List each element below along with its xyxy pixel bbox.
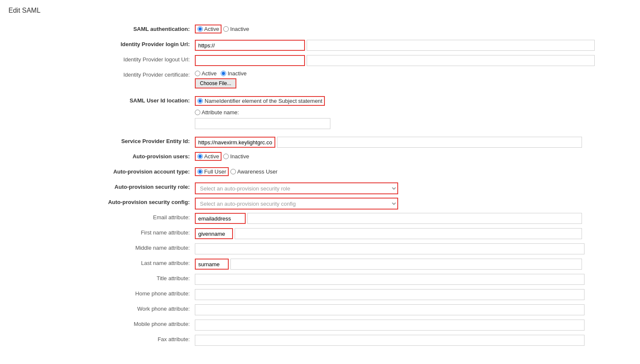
home-phone-attr-row: Home phone attribute: [8,287,632,301]
idp-logout-url-full-input[interactable] [307,55,595,66]
saml-user-id-nameid-option[interactable]: NameIdentifier element of the Subject st… [195,96,325,106]
auto-provision-users-controls: Active Inactive [195,150,632,161]
auto-provision-full-user-option[interactable]: Full User [197,168,226,175]
auto-provision-full-user-label[interactable]: Full User [204,168,226,175]
auto-provision-users-row: Auto-provision users: Active Inactive [8,150,632,164]
last-name-attr-input[interactable] [195,259,229,270]
idp-cert-inactive-option[interactable]: Inactive [221,70,247,77]
auto-provision-security-role-controls: Select an auto-provision security role [195,181,632,194]
idp-cert-active-option[interactable]: Active [195,70,216,77]
idp-login-url-row: Identity Provider login Url: [8,38,632,52]
saml-user-id-attr-input[interactable] [195,118,330,129]
auto-provision-awareness-radio[interactable] [230,169,236,174]
idp-cert-label: Identity Provider certificate: [8,69,195,79]
last-name-attr-label: Last name attribute: [8,257,195,267]
middle-name-attr-input[interactable] [195,243,585,254]
page-title: Edit SAML [8,7,632,14]
saml-auth-row: SAML authentication: Active Inactive [8,23,632,36]
saml-user-id-label: SAML User Id location: [8,94,195,105]
idp-login-url-input[interactable] [195,40,305,51]
last-name-attr-row: Last name attribute: [8,257,632,270]
saml-auth-active-label[interactable]: Active [204,26,219,32]
sp-entity-id-row: Service Provider Entity Id: [8,135,632,149]
saml-auth-inactive-radio[interactable] [223,26,229,32]
auto-provision-security-role-select[interactable]: Select an auto-provision security role [195,182,398,194]
idp-login-url-label: Identity Provider login Url: [8,38,195,48]
saml-auth-controls: Active Inactive [195,23,632,33]
saml-auth-active-option[interactable]: Active [197,26,219,32]
saml-user-id-attr-label[interactable]: Attribute name: [202,109,239,116]
auto-provision-account-row: Auto-provision account type: Full User A… [8,165,632,179]
idp-login-url-controls [195,38,632,51]
auto-provision-awareness-option[interactable]: Awareness User [230,168,277,175]
idp-cert-radio-group: Active Inactive [195,70,247,77]
email-attr-controls [195,211,632,224]
saml-auth-active-radio[interactable] [197,26,203,32]
email-attr-full-input[interactable] [247,213,582,224]
idp-cert-active-label[interactable]: Active [202,70,216,77]
auto-provision-users-inactive-option[interactable]: Inactive [223,153,249,160]
idp-cert-inactive-radio[interactable] [221,71,226,76]
middle-name-attr-label: Middle name attribute: [8,242,195,252]
idp-cert-active-radio[interactable] [195,71,200,76]
auto-provision-users-active-highlighted: Active [195,152,222,161]
fax-attr-controls [195,333,632,346]
saml-auth-active-highlighted: Active [195,25,222,33]
auto-provision-account-controls: Full User Awareness User [195,165,632,176]
work-phone-attr-controls [195,303,632,315]
home-phone-attr-label: Home phone attribute: [8,287,195,298]
mobile-phone-attr-controls [195,318,632,331]
auto-provision-full-user-radio[interactable] [197,169,203,174]
mobile-phone-attr-label: Mobile phone attribute: [8,318,195,328]
middle-name-attr-row: Middle name attribute: [8,242,632,255]
work-phone-attr-input[interactable] [195,304,585,315]
idp-logout-url-input[interactable] [195,55,305,66]
mobile-phone-attr-input[interactable] [195,320,585,331]
auto-provision-security-config-select[interactable]: Select an auto-provision security config [195,198,398,210]
idp-cert-inactive-label[interactable]: Inactive [227,70,247,77]
saml-user-id-controls: NameIdentifier element of the Subject st… [195,94,632,129]
auto-provision-security-role-row: Auto-provision security role: Select an … [8,181,632,194]
auto-provision-users-active-label[interactable]: Active [204,153,219,160]
idp-login-url-full-input[interactable] [307,40,595,51]
first-name-attr-row: First name attribute: [8,226,632,240]
page-wrapper: Edit SAML SAML authentication: Active In… [0,0,640,364]
auto-provision-users-inactive-label[interactable]: Inactive [230,153,249,160]
middle-name-attr-controls [195,242,632,254]
auto-provision-users-active-option[interactable]: Active [197,153,219,160]
auto-provision-users-active-radio[interactable] [197,154,203,159]
saml-user-id-attr-radio[interactable] [195,110,200,115]
saml-auth-inactive-option[interactable]: Inactive [223,26,249,32]
home-phone-attr-input[interactable] [195,289,585,300]
saml-auth-label: SAML authentication: [8,23,195,33]
last-name-attr-controls [195,257,632,270]
sp-entity-id-input[interactable] [195,137,275,148]
saml-auth-inactive-label[interactable]: Inactive [230,26,249,32]
first-name-attr-full-input[interactable] [235,228,582,239]
auto-provision-awareness-label[interactable]: Awareness User [237,168,277,175]
fax-attr-label: Fax attribute: [8,333,195,343]
mobile-phone-attr-row: Mobile phone attribute: [8,318,632,331]
work-phone-attr-label: Work phone attribute: [8,303,195,313]
work-phone-attr-row: Work phone attribute: [8,303,632,316]
saml-user-id-attr-option[interactable]: Attribute name: [195,109,239,116]
email-attr-label: Email attribute: [8,211,195,221]
title-attr-label: Title attribute: [8,272,195,282]
home-phone-attr-controls [195,287,632,300]
email-attr-input[interactable] [195,213,246,224]
auto-provision-full-user-highlighted: Full User [195,167,229,176]
fax-attr-input[interactable] [195,335,585,346]
auto-provision-account-label: Auto-provision account type: [8,165,195,176]
first-name-attr-input[interactable] [195,228,233,239]
auto-provision-security-role-label: Auto-provision security role: [8,181,195,191]
idp-cert-row: Identity Provider certificate: Active In… [8,69,632,88]
saml-user-id-nameid-label[interactable]: NameIdentifier element of the Subject st… [205,98,322,104]
sp-entity-id-label: Service Provider Entity Id: [8,135,195,145]
auto-provision-users-inactive-radio[interactable] [223,154,229,159]
last-name-attr-full-input[interactable] [230,259,582,270]
title-attr-input[interactable] [195,274,585,285]
sp-entity-id-full-input[interactable] [277,137,582,148]
saml-user-id-nameid-radio[interactable] [197,98,203,104]
choose-file-button[interactable]: Choose File... [195,78,236,88]
sp-entity-id-controls [195,135,632,148]
